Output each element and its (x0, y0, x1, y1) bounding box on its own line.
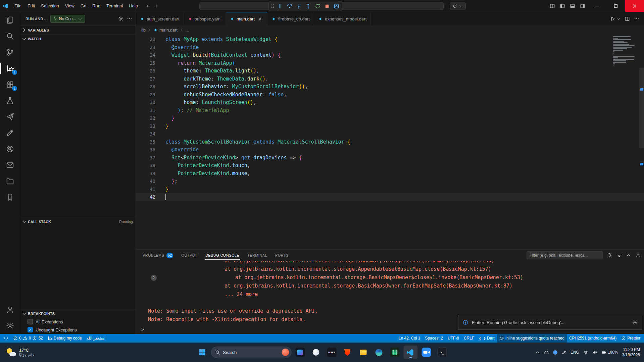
clock[interactable]: 11:20 PM 3/18/2026 (622, 347, 640, 358)
editor-scrollbar[interactable] (639, 34, 644, 249)
widget-inspector-button[interactable] (332, 2, 341, 10)
breadcrumb-symbol[interactable]: ... (185, 28, 189, 33)
more-actions-icon[interactable] (634, 16, 639, 21)
close-icon[interactable] (257, 16, 263, 22)
tab-firebase_db.dart[interactable]: firebase_db.dart (267, 12, 314, 25)
copilot-quota-status[interactable]: Inline suggestions quota reached (497, 334, 567, 343)
tab-auth_screen.dart[interactable]: auth_screen.dart (136, 12, 184, 25)
customize-layout-icon[interactable] (547, 0, 557, 12)
stop-button[interactable] (323, 2, 331, 10)
gear-icon[interactable] (118, 16, 123, 21)
menu-go[interactable]: Go (78, 2, 89, 10)
activity-item-testing[interactable] (0, 93, 20, 109)
taskbar-search[interactable]: Search (211, 347, 291, 358)
toggle-panel-icon[interactable] (567, 0, 578, 12)
run-file-button[interactable] (610, 16, 621, 21)
close-button[interactable] (625, 0, 644, 12)
remote-indicator[interactable] (1, 334, 11, 343)
maximize-panel-icon[interactable] (626, 253, 631, 258)
activity-item-mail[interactable] (0, 157, 20, 173)
titlebar-extra-button[interactable] (450, 2, 466, 10)
panel-tab-problems[interactable]: PROBLEMS52 (139, 250, 177, 261)
pen-icon[interactable] (561, 350, 566, 355)
taskbar-app-copilot[interactable] (309, 346, 323, 359)
split-editor-icon[interactable] (625, 16, 630, 21)
activity-item-files[interactable] (0, 12, 20, 28)
debug-status[interactable]: Debug my code (45, 334, 84, 343)
eol-sequence[interactable]: CRLF (461, 334, 477, 343)
menu-edit[interactable]: Edit (24, 2, 38, 10)
weather-widget[interactable]: 17°C غائم جزئيًا (3, 343, 37, 362)
taskbar-app-photos[interactable] (293, 346, 307, 359)
taskbar-app-file-explorer[interactable] (356, 346, 370, 359)
activity-item-account[interactable] (0, 302, 20, 318)
panel-tab-ports[interactable]: PORTS (272, 250, 292, 261)
onedrive-icon[interactable] (544, 350, 549, 355)
tab-main.dart[interactable]: main.dart (226, 12, 267, 25)
section-watch[interactable]: WATCH (20, 34, 136, 43)
breakpoint-uncaught-exceptions[interactable]: ✓ Uncaught Exceptions (20, 326, 136, 334)
taskbar-app-spreadsheet[interactable] (388, 346, 402, 359)
maximize-button[interactable] (606, 0, 625, 12)
find-icon[interactable] (607, 253, 612, 258)
section-variables[interactable]: VARIABLES (20, 25, 136, 34)
menu-view[interactable]: View (62, 2, 78, 10)
activity-item-settings[interactable] (0, 318, 20, 334)
activity-item-run-debug[interactable]: 1 (0, 60, 20, 76)
step-into-button[interactable] (294, 2, 303, 10)
section-breakpoints[interactable]: BREAKPOINTS (20, 309, 136, 318)
taskbar-app-vscode[interactable] (403, 346, 417, 359)
forward-icon[interactable] (153, 3, 158, 9)
breadcrumb-file[interactable]: main.dart (159, 28, 178, 33)
menu-terminal[interactable]: Terminal (103, 2, 126, 10)
taskbar-app-zoom[interactable] (419, 346, 433, 359)
taskbar-app-brave[interactable] (340, 346, 354, 359)
console-filter-input[interactable] (527, 251, 603, 259)
language-mode[interactable]: { } Dart (477, 334, 497, 343)
battery-status[interactable]: 100% (601, 350, 618, 355)
filter-icon[interactable] (616, 253, 622, 258)
panel-tab-output[interactable]: OUTPUT (178, 250, 201, 261)
problems-status[interactable]: 0 0 52 (11, 334, 45, 343)
toggle-sidebar-icon[interactable] (557, 0, 567, 12)
activity-item-send[interactable] (0, 109, 20, 125)
menu-selection[interactable]: Selection (38, 2, 62, 10)
device-selector[interactable]: CPH2591 (android-arm64) (567, 334, 619, 343)
indentation[interactable]: Spaces: 2 (423, 334, 445, 343)
taskbar-app-edge[interactable] (372, 346, 386, 359)
pause-button[interactable] (276, 2, 284, 10)
minimize-button[interactable] (588, 0, 606, 12)
menu-run[interactable]: Run (89, 2, 103, 10)
gear-icon[interactable] (632, 320, 638, 325)
activity-item-extensions[interactable]: 1 (0, 76, 20, 93)
tray-app-icon[interactable] (553, 350, 557, 355)
breadcrumb-lib[interactable]: lib (141, 28, 146, 33)
volume-icon[interactable] (592, 350, 597, 355)
hidden-icons-chevron[interactable] (535, 350, 540, 355)
cursor-position[interactable]: Ln 42, Col 1 (396, 334, 423, 343)
taskbar-app-m365[interactable]: M365 (325, 346, 339, 359)
step-over-button[interactable] (285, 2, 294, 10)
start-debugging-button[interactable]: No Con... (50, 15, 85, 23)
code-editor[interactable]: 20class MyApp extends StatelessWidget {2… (136, 34, 644, 249)
step-out-button[interactable] (304, 2, 312, 10)
more-actions-icon[interactable] (127, 16, 132, 21)
activity-item-pencil[interactable] (0, 125, 20, 141)
panel-tab-terminal[interactable]: TERMINAL (244, 250, 270, 261)
activity-item-source-control[interactable] (0, 44, 20, 60)
keyboard-language[interactable]: ENG (571, 350, 579, 355)
activity-item-circle-search[interactable] (0, 141, 20, 157)
wifi-icon[interactable] (583, 350, 588, 355)
activity-item-search[interactable] (0, 28, 20, 44)
tab-pubspec.yaml[interactable]: pubspec.yaml (184, 12, 226, 25)
minimap[interactable] (613, 36, 638, 67)
formatter-status[interactable]: Prettier (619, 334, 643, 343)
menu-help[interactable]: Help (126, 2, 141, 10)
custom-status-text[interactable]: استغفر الله (84, 334, 108, 343)
checkbox[interactable]: ✓ (28, 327, 33, 332)
section-call-stack[interactable]: CALL STACK Running (20, 217, 136, 226)
activity-item-folder[interactable] (0, 173, 20, 189)
taskbar-app-terminal[interactable]: >_ (435, 346, 449, 359)
close-panel-icon[interactable] (635, 253, 641, 258)
menu-file[interactable]: File (11, 2, 24, 10)
